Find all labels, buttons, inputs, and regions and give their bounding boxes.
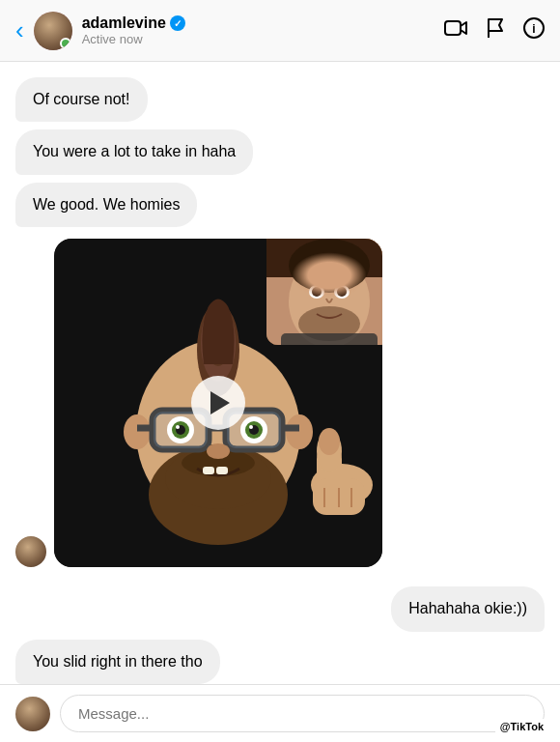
svg-point-48 [337, 287, 347, 297]
svg-rect-0 [445, 21, 461, 35]
svg-point-47 [334, 285, 350, 299]
svg-point-40 [319, 428, 340, 455]
play-button[interactable] [191, 376, 245, 430]
contact-name[interactable]: adamlevine ✓ [82, 14, 444, 32]
message-bubble: You were a lot to take in haha [15, 129, 253, 174]
online-indicator [60, 38, 71, 49]
back-button[interactable]: ‹ [15, 15, 24, 45]
svg-rect-29 [216, 467, 228, 474]
svg-point-44 [289, 239, 370, 293]
flag-icon[interactable] [487, 17, 504, 43]
svg-point-27 [207, 443, 230, 459]
video-player[interactable] [54, 239, 382, 567]
svg-point-10 [124, 414, 151, 449]
play-icon [210, 391, 230, 414]
message-bubble: You slid right in there tho [15, 640, 220, 684]
svg-point-45 [309, 285, 324, 299]
svg-point-22 [176, 425, 180, 429]
message-input-bar [0, 684, 560, 742]
message-row: You were a lot to take in haha [15, 129, 545, 174]
verified-badge: ✓ [170, 15, 185, 31]
pip-face [266, 239, 382, 345]
sender-avatar [15, 536, 46, 567]
svg-point-26 [249, 425, 253, 429]
svg-text:i: i [532, 22, 535, 36]
contact-info: adamlevine ✓ Active now [82, 14, 444, 46]
svg-rect-28 [203, 467, 214, 474]
message-bubble: Hahahaha okie:)) [391, 586, 545, 631]
header-action-icons: i [444, 17, 545, 43]
video-call-icon[interactable] [444, 19, 467, 42]
chat-header: ‹ adamlevine ✓ Active now [0, 0, 560, 62]
svg-rect-50 [281, 333, 378, 345]
chat-messages: Of course not! You were a lot to take in… [0, 62, 560, 684]
svg-point-46 [312, 287, 322, 297]
svg-point-11 [286, 414, 313, 449]
message-bubble: Of course not! [15, 77, 148, 122]
info-icon[interactable]: i [523, 17, 545, 43]
message-row: You slid right in there tho [15, 640, 545, 684]
message-row: Of course not! [15, 77, 545, 122]
contact-avatar[interactable] [34, 12, 72, 50]
app-container: ‹ adamlevine ✓ Active now [0, 0, 560, 742]
video-message-row [15, 239, 545, 567]
message-row: We good. We homies [15, 183, 545, 227]
message-input[interactable] [60, 695, 545, 732]
contact-status: Active now [82, 32, 444, 46]
pip-video [266, 239, 382, 345]
message-bubble: We good. We homies [15, 183, 197, 227]
tiktok-watermark: @TikTok [495, 719, 548, 734]
own-avatar [15, 697, 50, 731]
message-row: Hahahaha okie:)) [15, 586, 545, 631]
tiktok-label: @TikTok [495, 719, 548, 734]
